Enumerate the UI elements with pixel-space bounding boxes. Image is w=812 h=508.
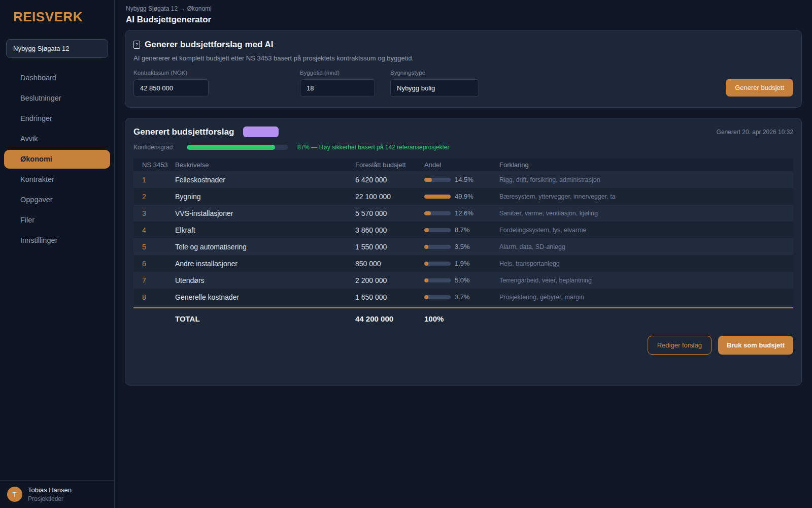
proposal-card: Generert budsjettforslag Generert 20. ap… xyxy=(125,118,802,386)
sidebar-item-label: Innstillinger xyxy=(20,236,57,244)
apply-budget-button[interactable]: Bruk som budsjett xyxy=(718,336,793,355)
generator-form: Kontraktssum (NOK) Byggetid (mnd) Bygnin… xyxy=(133,70,793,97)
row-budget: 22 100 000 xyxy=(355,193,424,201)
row-share-bar xyxy=(424,295,451,299)
sidebar-item-label: Kontrakter xyxy=(20,175,54,183)
sidebar-item-label: Økonomi xyxy=(20,155,52,163)
sidebar-item-filer[interactable]: Filer xyxy=(0,211,114,230)
user-role: Prosjektleder xyxy=(28,495,72,502)
total-share: 100% xyxy=(424,314,499,323)
row-share-label: 49.9% xyxy=(455,193,473,200)
user-info: Tobias Hansen Prosjektleder xyxy=(28,486,72,502)
sidebar-item-okonomi[interactable]: Økonomi xyxy=(4,150,110,169)
sidebar-item-avvik[interactable]: Avvik xyxy=(0,130,114,148)
table-row: 1 Felleskostnader 6 420 000 14.5% Rigg, … xyxy=(133,171,793,188)
confidence-text: 87% — Høy sikkerhet basert på 142 refera… xyxy=(297,144,449,151)
proposal-header: Generert budsjettforslag Generert 20. ap… xyxy=(133,126,793,137)
app-logo: REISVERK xyxy=(0,0,114,33)
sparkle-icon: ? xyxy=(133,41,140,49)
row-note: Heis, transportanlegg xyxy=(499,260,793,267)
project-selector[interactable]: Nybygg Sjøgata 12 xyxy=(6,39,108,58)
row-note: Fordelingssystem, lys, elvarme xyxy=(499,227,793,234)
breadcrumb[interactable]: Nybygg Sjøgata 12 → Økonomi xyxy=(126,5,801,12)
sidebar-item-innstillinger[interactable]: Innstillinger xyxy=(0,231,114,250)
sidebar-item-label: Filer xyxy=(20,216,35,224)
sidebar-item-endringer[interactable]: Endringer xyxy=(0,109,114,128)
total-budget: 44 200 000 xyxy=(355,314,424,323)
row-share: 49.9% xyxy=(424,193,499,200)
row-share-bar-fill xyxy=(424,195,451,199)
row-share: 12.6% xyxy=(424,209,499,217)
proposal-actions: Rediger forslag Bruk som budsjett xyxy=(133,336,793,355)
generated-timestamp: Generert 20. apr 2026 10:32 xyxy=(717,129,793,136)
row-share: 14.5% xyxy=(424,176,499,183)
sidebar-item-oppgaver[interactable]: Oppgaver xyxy=(0,190,114,209)
table-row: 5 Tele og automatisering 1 550 000 3.5% … xyxy=(133,238,793,255)
table-row: 6 Andre installasjoner 850 000 1.9% Heis… xyxy=(133,255,793,272)
row-share-bar xyxy=(424,195,451,199)
status-badge xyxy=(243,126,279,137)
generator-title-row: ? Generer budsjettforslag med AI xyxy=(133,40,793,50)
row-budget: 2 200 000 xyxy=(355,276,424,284)
budget-table-body: 1 Felleskostnader 6 420 000 14.5% Rigg, … xyxy=(133,171,793,305)
row-description: Bygning xyxy=(175,193,355,201)
col-header-note: Forklaring xyxy=(499,161,793,169)
sidebar: REISVERK Nybygg Sjøgata 12 DashboardBesl… xyxy=(0,0,115,508)
page-header: Nybygg Sjøgata 12 → Økonomi AI Budsjettg… xyxy=(115,0,812,25)
page-title: AI Budsjettgenerator xyxy=(126,15,801,25)
total-row: TOTAL 44 200 000 100% xyxy=(133,307,793,329)
col-header-budget: Foreslått budsjett xyxy=(355,161,424,169)
sidebar-item-beslutninger[interactable]: Beslutninger xyxy=(0,89,114,108)
row-share-bar-fill xyxy=(424,211,431,215)
row-share-bar xyxy=(424,211,451,215)
row-description: Felleskostnader xyxy=(175,176,355,184)
row-code: 8 xyxy=(133,293,175,301)
row-note: Rigg, drift, forsikring, administrasjon xyxy=(499,176,793,183)
table-row: 7 Utendørs 2 200 000 5.0% Terrengarbeid,… xyxy=(133,272,793,289)
row-share-label: 8.7% xyxy=(455,226,470,234)
row-share: 8.7% xyxy=(424,226,499,234)
contract-sum-input[interactable] xyxy=(133,79,209,97)
row-code: 4 xyxy=(133,226,175,234)
row-budget: 850 000 xyxy=(355,260,424,268)
row-share-bar xyxy=(424,178,451,182)
row-code: 2 xyxy=(133,193,175,201)
sidebar-item-kontrakter[interactable]: Kontrakter xyxy=(0,170,114,189)
build-time-label: Byggetid (mnd) xyxy=(300,70,375,76)
sidebar-item-label: Dashboard xyxy=(20,74,56,82)
sidebar-item-label: Avvik xyxy=(20,135,38,143)
sidebar-item-label: Endringer xyxy=(20,114,52,122)
generator-subtitle: AI genererer et komplett budsjett etter … xyxy=(133,54,793,62)
generate-budget-button[interactable]: Generer budsjett xyxy=(726,79,793,97)
edit-proposal-button[interactable]: Rediger forslag xyxy=(648,336,712,355)
build-time-input[interactable] xyxy=(300,79,375,97)
row-share-bar xyxy=(424,228,451,232)
row-note: Terrengarbeid, veier, beplantning xyxy=(499,277,793,284)
row-budget: 6 420 000 xyxy=(355,176,424,184)
row-share-label: 3.7% xyxy=(455,293,470,301)
row-share: 3.5% xyxy=(424,243,499,250)
building-type-label: Bygningstype xyxy=(390,70,479,76)
row-share: 5.0% xyxy=(424,276,499,284)
row-code: 3 xyxy=(133,209,175,217)
sidebar-item-dashboard[interactable]: Dashboard xyxy=(0,69,114,87)
building-type-input[interactable] xyxy=(390,79,479,97)
budget-table-header: NS 3453 Beskrivelse Foreslått budsjett A… xyxy=(133,158,793,171)
table-row: 8 Generelle kostnader 1 650 000 3.7% Pro… xyxy=(133,289,793,305)
row-note: Sanitær, varme, ventilasjon, kjøling xyxy=(499,210,793,217)
row-share-bar-fill xyxy=(424,228,429,232)
sidebar-nav: DashboardBeslutningerEndringerAvvikØkono… xyxy=(0,67,114,480)
confidence-label: Konfidensgrad: xyxy=(133,144,187,151)
table-row: 2 Bygning 22 100 000 49.9% Bæresystem, y… xyxy=(133,188,793,205)
building-type-field: Bygningstype xyxy=(390,70,479,97)
row-description: Elkraft xyxy=(175,226,355,234)
row-code: 7 xyxy=(133,276,175,284)
confidence-bar xyxy=(187,145,288,150)
main-area: Nybygg Sjøgata 12 → Økonomi AI Budsjettg… xyxy=(115,0,812,508)
row-budget: 1 650 000 xyxy=(355,293,424,301)
row-description: VVS-installasjoner xyxy=(175,209,355,217)
content: ? Generer budsjettforslag med AI AI gene… xyxy=(115,25,812,386)
user-panel[interactable]: T Tobias Hansen Prosjektleder xyxy=(0,480,114,508)
row-share-bar xyxy=(424,245,451,249)
row-code: 5 xyxy=(133,243,175,251)
